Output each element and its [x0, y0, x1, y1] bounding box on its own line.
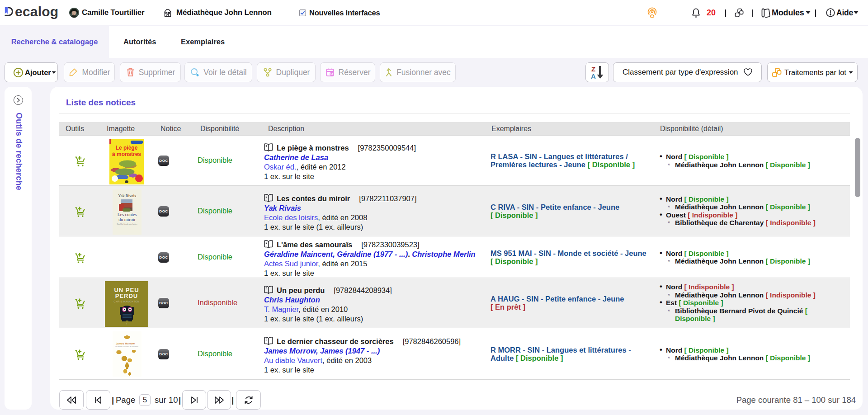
svg-text:Z: Z [591, 65, 595, 73]
svg-text:ecalog: ecalog [15, 4, 58, 19]
svg-text:A: A [591, 72, 596, 80]
